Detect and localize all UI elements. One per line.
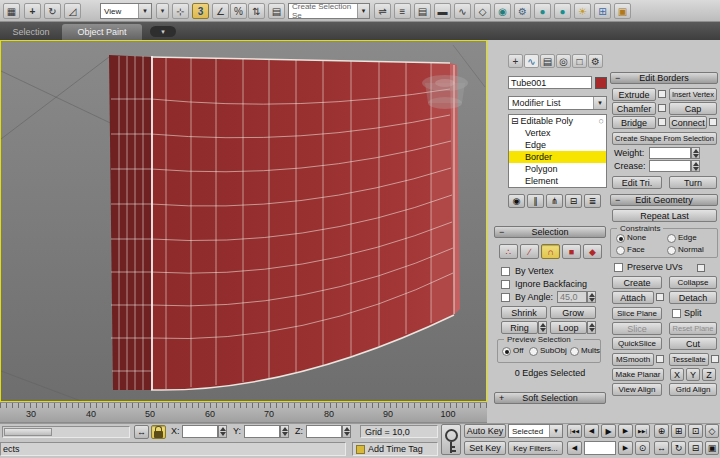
zoom-icon[interactable]: ⊕ — [654, 424, 669, 438]
connect-button[interactable]: Connect — [669, 116, 707, 129]
select-and-scale-icon[interactable]: ◿ — [64, 3, 81, 19]
weight-field[interactable] — [649, 147, 691, 159]
stack-item-edge[interactable]: Edge — [509, 139, 606, 151]
time-scrollbar[interactable] — [2, 426, 130, 438]
motion-tab[interactable]: ◎ — [556, 54, 571, 68]
track-bar[interactable]: 30 40 50 60 70 80 90 100 — [0, 402, 487, 423]
curve-editor-icon[interactable]: ∿ — [454, 3, 471, 19]
y-spinner[interactable] — [280, 425, 289, 438]
chevron-down-icon[interactable]: ▾ — [549, 425, 562, 437]
tessellate-button[interactable]: Tessellate — [669, 353, 709, 366]
ring-spinner[interactable] — [538, 321, 547, 334]
stack-item-border[interactable]: Border — [509, 151, 606, 163]
selection-lock-icon[interactable] — [151, 425, 166, 439]
maximize-viewport-icon[interactable]: ▣ — [705, 441, 719, 455]
schematic-view-icon[interactable]: ◇ — [474, 3, 491, 19]
lighting-analysis-icon[interactable]: ☀ — [574, 3, 591, 19]
turn-button[interactable]: Turn — [669, 176, 717, 189]
extrude-settings-icon[interactable] — [658, 90, 666, 98]
configure-modifier-sets-icon[interactable]: ≣ — [584, 194, 601, 208]
insert-vertex-button[interactable]: Insert Vertex — [669, 88, 717, 101]
mirror-icon[interactable]: ⇌ — [374, 3, 391, 19]
constraint-edge-radio[interactable] — [667, 234, 676, 243]
previous-key-button[interactable]: ◀ — [567, 441, 582, 455]
bridge-button[interactable]: Bridge — [612, 116, 656, 129]
chamfer-settings-icon[interactable] — [658, 104, 666, 112]
soft-selection-rollout-header[interactable]: + Soft Selection — [494, 392, 606, 404]
grid-align-button[interactable]: Grid Align — [669, 383, 717, 396]
slice-button[interactable]: Slice — [612, 322, 662, 335]
preserve-uvs-checkbox[interactable] — [614, 263, 623, 272]
msmooth-button[interactable]: MSmooth — [612, 353, 654, 366]
go-to-end-button[interactable]: ▶▶| — [635, 424, 650, 438]
view-align-button[interactable]: View Align — [612, 383, 662, 396]
edit-geometry-rollout-header[interactable]: − Edit Geometry — [610, 194, 718, 206]
layer-manager-icon[interactable]: ▤ — [414, 3, 431, 19]
attach-button[interactable]: Attach — [612, 291, 654, 304]
by-vertex-checkbox[interactable] — [501, 267, 510, 276]
loop-button[interactable]: Loop — [550, 321, 587, 334]
previous-frame-button[interactable]: ◀ — [584, 424, 599, 438]
planar-z-button[interactable]: Z — [702, 368, 716, 381]
preview-subobj-radio[interactable] — [529, 347, 538, 356]
show-end-result-bulb-icon[interactable]: ○ — [599, 116, 604, 126]
z-field[interactable] — [306, 425, 342, 438]
time-scrollbar-thumb[interactable] — [4, 428, 52, 436]
y-field[interactable] — [244, 425, 280, 438]
time-configuration-icon[interactable]: ⊙ — [635, 441, 650, 455]
collapse-button[interactable]: Collapse — [669, 276, 717, 289]
select-and-move-icon[interactable]: + — [24, 3, 41, 19]
tessellate-settings-icon[interactable] — [711, 355, 719, 363]
object-name-field[interactable]: Tube001 — [508, 76, 592, 89]
chevron-down-icon[interactable]: ▾ — [138, 4, 151, 18]
render-setup-icon[interactable]: ⚙ — [514, 3, 531, 19]
add-time-tag[interactable]: Add Time Tag — [352, 442, 438, 456]
chamfer-button[interactable]: Chamfer — [612, 102, 656, 115]
weight-spinner[interactable] — [691, 147, 700, 159]
repeat-last-button[interactable]: Repeat Last — [612, 209, 717, 222]
play-button[interactable]: ▶ — [601, 424, 616, 438]
object-color-swatch[interactable] — [595, 77, 607, 89]
selection-rollout-header[interactable]: − Selection — [494, 226, 606, 238]
stack-item-vertex[interactable]: Vertex — [509, 127, 606, 139]
tab-object-paint[interactable]: Object Paint — [62, 24, 142, 40]
cut-button[interactable]: Cut — [669, 337, 717, 350]
by-angle-field[interactable]: 45,0 — [557, 291, 587, 303]
slice-plane-button[interactable]: Slice Plane — [612, 307, 662, 320]
vertex-subobject-icon[interactable]: ∴ — [499, 244, 518, 259]
selection-set-combo[interactable]: Create Selection Se ▾ — [288, 3, 370, 19]
render-production-icon[interactable]: ● — [554, 3, 571, 19]
rendered-frame-icon[interactable]: ● — [534, 3, 551, 19]
planar-y-button[interactable]: Y — [686, 368, 700, 381]
absolute-mode-icon[interactable]: ↔ — [134, 425, 149, 439]
chevron-down-icon[interactable]: ▾ — [593, 97, 606, 109]
modifier-list-dropdown[interactable]: Modifier List ▾ — [508, 96, 607, 110]
select-and-manipulate-icon[interactable]: ⊹ — [172, 3, 189, 19]
field-of-view-icon[interactable]: ◇ — [705, 424, 719, 438]
constraint-normal-radio[interactable] — [667, 246, 676, 255]
ghost-object[interactable] — [422, 75, 468, 109]
align-icon[interactable]: ≡ — [394, 3, 411, 19]
planar-x-button[interactable]: X — [670, 368, 684, 381]
z-spinner[interactable] — [342, 425, 351, 438]
auto-key-button[interactable]: Auto Key — [464, 424, 506, 438]
crease-spinner[interactable] — [691, 160, 700, 172]
named-selection-sets-icon[interactable]: ▤ — [268, 3, 285, 19]
utilities-tab[interactable]: ⚙ — [588, 54, 603, 68]
reference-coordinate-dropdown[interactable]: View ▾ — [100, 3, 152, 19]
edit-tri-button[interactable]: Edit Tri. — [612, 176, 662, 189]
loop-spinner[interactable] — [587, 321, 596, 334]
modify-tab[interactable]: ∿ — [524, 54, 539, 68]
material-editor-icon[interactable]: ◉ — [494, 3, 511, 19]
connect-settings-icon[interactable] — [709, 118, 717, 126]
pin-stack-icon[interactable]: ◉ — [508, 194, 525, 208]
ignore-backfacing-checkbox[interactable] — [501, 280, 510, 289]
array-icon[interactable]: ⊞ — [594, 3, 611, 19]
cap-button[interactable]: Cap — [669, 102, 717, 115]
x-spinner[interactable] — [218, 425, 227, 438]
by-angle-checkbox[interactable] — [501, 293, 510, 302]
set-key-button[interactable]: Set Key — [464, 441, 506, 455]
zoom-region-icon[interactable]: ⊟ — [688, 441, 703, 455]
preview-mults-radio[interactable] — [570, 347, 579, 356]
reset-plane-button[interactable]: Reset Plane — [669, 322, 717, 335]
